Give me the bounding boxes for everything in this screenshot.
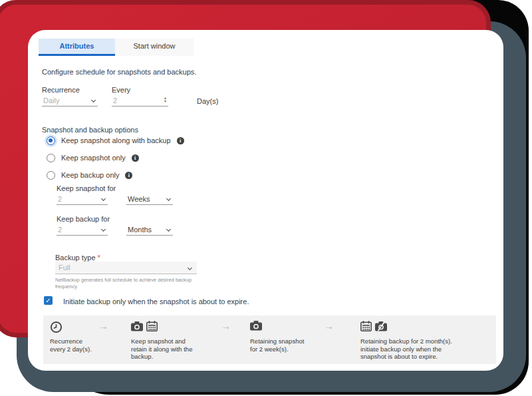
radio-label: Keep snapshot along with backup <box>61 136 171 144</box>
helper-line-1: NetBackup generates full schedule to ach… <box>55 277 192 284</box>
radio-selected-icon[interactable] <box>47 136 55 145</box>
expire-checkbox[interactable]: ✓ <box>44 296 53 305</box>
camera-icon <box>131 321 143 331</box>
arrow-right-icon: → <box>324 320 334 331</box>
intro-text: Configure schedule for snapshots and bac… <box>42 68 196 76</box>
every-label: Every <box>112 86 130 94</box>
step1-text: Recurrence every 2 day(s). <box>50 337 92 353</box>
keep-backup-unit: Months <box>128 226 152 234</box>
keep-snapshot-value-select[interactable]: 2 <box>57 194 108 205</box>
step3-line1: Retaining snapshot <box>250 337 304 345</box>
helper-line-2: frequency <box>55 284 192 290</box>
radio-label: Keep snapshot only <box>61 154 126 162</box>
tab-bar: Attributes Start window <box>39 39 194 56</box>
keep-backup-value: 2 <box>58 226 62 234</box>
keep-snapshot-value: 2 <box>58 195 62 203</box>
backup-type-value: Full <box>59 264 70 272</box>
recurrence-label: Recurrence <box>42 86 80 94</box>
keep-snapshot-unit-select[interactable]: Weeks <box>126 194 173 205</box>
keep-backup-label: Keep backup for <box>57 215 110 223</box>
clock-icon <box>50 321 63 333</box>
calendar-icon <box>360 321 372 331</box>
radio-icon[interactable] <box>47 171 55 180</box>
tab-attributes[interactable]: Attributes <box>39 39 115 56</box>
chevron-down-icon <box>188 266 192 270</box>
stepper-icon[interactable]: ▴▾ <box>164 97 166 103</box>
info-icon[interactable]: i <box>132 154 139 162</box>
options-heading: Snapshot and backup options <box>42 126 138 134</box>
radio-icon[interactable] <box>47 154 55 162</box>
calendar-icon <box>146 321 158 331</box>
step2-line3: backup. <box>131 353 192 361</box>
every-input[interactable]: 2 ▴▾ <box>112 95 168 106</box>
step2-icons <box>131 321 158 331</box>
chevron-down-icon <box>166 227 171 232</box>
schedule-summary-panel: Recurrence every 2 day(s). → <box>43 315 496 364</box>
keep-backup-unit-select[interactable]: Months <box>126 224 173 236</box>
days-unit-label: Day(s) <box>197 97 218 105</box>
camera-icon <box>250 321 262 331</box>
step2-line1: Keep snapshot and <box>131 337 192 345</box>
every-value: 2 <box>113 97 117 104</box>
expire-checkbox-label: Initiate backup only when the snapshot i… <box>63 297 249 305</box>
backup-type-label: Backup type* <box>55 254 100 262</box>
screenshot-stage: Attributes Start window Configure schedu… <box>0 0 532 396</box>
chevron-down-icon <box>91 98 96 102</box>
step4-icons <box>360 321 387 331</box>
radio-row-snapshot-only[interactable]: Keep snapshot only i <box>47 152 139 164</box>
step4-line1: Retaining backup for 2 month(s). <box>360 337 452 345</box>
info-icon[interactable]: i <box>125 172 132 179</box>
step3-line2: for 2 week(s). <box>250 345 304 353</box>
step3-text: Retaining snapshot for 2 week(s). <box>250 337 304 353</box>
step1-icons <box>50 321 63 333</box>
arrow-right-icon: → <box>98 320 108 331</box>
chevron-down-icon <box>166 196 171 201</box>
required-asterisk: * <box>98 254 100 262</box>
step4-text: Retaining backup for 2 month(s). initiat… <box>360 337 452 361</box>
radio-row-snapshot-with-backup[interactable]: Keep snapshot along with backup i <box>47 134 184 146</box>
step3-icons <box>250 321 262 331</box>
step2-line2: retain it along with the <box>131 345 192 353</box>
recurrence-select[interactable]: Daily <box>42 95 98 106</box>
keep-snapshot-unit: Weeks <box>128 195 150 203</box>
keep-snapshot-label: Keep snapshot for <box>57 184 116 192</box>
arrow-right-icon: → <box>221 320 231 331</box>
chevron-down-icon <box>101 196 106 201</box>
recurrence-value: Daily <box>43 97 59 104</box>
chevron-down-icon <box>101 227 106 232</box>
schedule-dialog: Attributes Start window Configure schedu… <box>28 30 503 371</box>
step4-line3: snapshot is about to expire. <box>360 353 452 361</box>
tab-start-window[interactable]: Start window <box>115 39 194 56</box>
radio-label: Keep backup only <box>61 171 119 179</box>
step2-text: Keep snapshot and retain it along with t… <box>131 337 192 361</box>
info-icon[interactable]: i <box>177 137 184 144</box>
keep-backup-value-select[interactable]: 2 <box>57 224 108 236</box>
step1-line1: Recurrence <box>50 337 92 345</box>
backup-type-helper-text: NetBackup generates full schedule to ach… <box>55 277 192 290</box>
backup-type-select[interactable]: Full <box>55 262 197 274</box>
step1-line2: every 2 day(s). <box>50 345 92 353</box>
camera-off-icon <box>375 321 387 331</box>
step4-line2: initiate backup only when the <box>360 345 452 353</box>
radio-row-backup-only[interactable]: Keep backup only i <box>47 169 132 181</box>
backup-type-label-text: Backup type <box>55 254 96 262</box>
